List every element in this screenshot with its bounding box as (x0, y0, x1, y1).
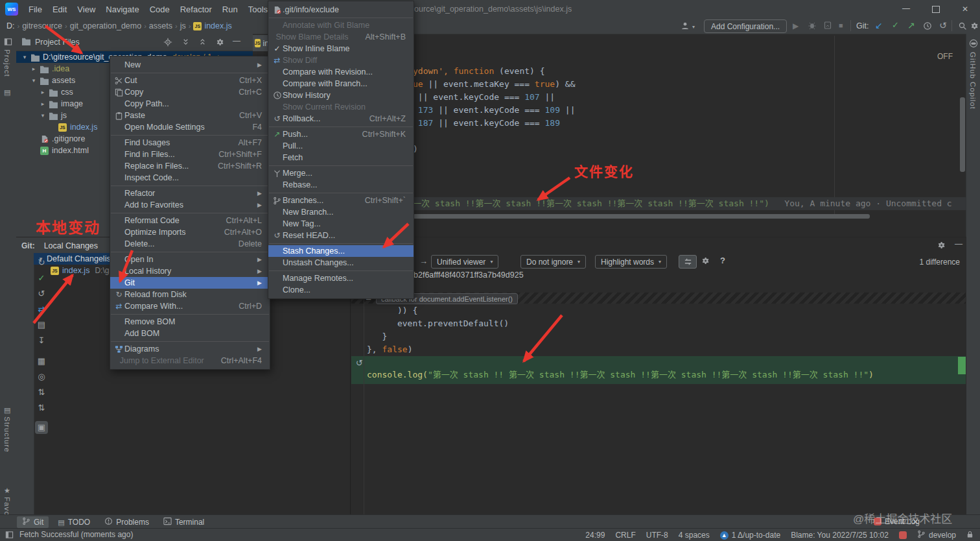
help-icon[interactable]: ? (720, 256, 725, 265)
preview-layout-icon[interactable]: ▣ (35, 421, 48, 434)
shelve-icon[interactable]: ↧ (36, 335, 47, 345)
menu-item-unstash-changes[interactable]: Unstash Changes... (268, 257, 414, 269)
rollback-icon[interactable]: ↺ (36, 289, 47, 298)
menu-item-show-current-revision[interactable]: Show Current Revision (268, 101, 414, 113)
menu-item-new[interactable]: New▶ (110, 59, 270, 71)
indent-setting[interactable]: 4 spaces (679, 531, 710, 540)
menu-item-refactor[interactable]: Refactor▶ (110, 187, 270, 199)
menu-item-remove-bom[interactable]: Remove BOM (110, 316, 270, 328)
panel-settings-icon[interactable] (215, 38, 224, 49)
menu-item-reload-from-disk[interactable]: ↻Reload from Disk (110, 289, 270, 300)
menu-item-reset-head[interactable]: ↺Reset HEAD... (268, 230, 414, 241)
refresh-icon[interactable]: ↻ (36, 258, 47, 267)
preview-diff-icon[interactable]: ▤ (36, 320, 47, 330)
breadcrumb-item-assets[interactable]: assets (149, 21, 172, 30)
tree-chevron-icon[interactable]: ▾ (20, 54, 29, 60)
hide-panel-icon[interactable]: — (233, 36, 240, 45)
menu-item-delete[interactable]: Delete...Delete (110, 238, 270, 250)
encoding[interactable]: UTF-8 (646, 531, 668, 540)
breadcrumb-item-index-js[interactable]: JSindex.js (193, 21, 231, 30)
editor-horizontal-scrollbar[interactable] (413, 214, 870, 219)
ide-error-icon[interactable] (899, 531, 907, 539)
locate-icon[interactable]: ◎ (36, 372, 47, 381)
menu-item-pull[interactable]: Pull... (268, 140, 414, 152)
menu-item-reformat-code[interactable]: Reformat CodeCtrl+Alt+L (110, 215, 270, 226)
menu-item-open-in[interactable]: Open In▶ (110, 254, 270, 265)
menu-item-manage-remotes[interactable]: Manage Remotes... (268, 272, 414, 284)
menu-item-compare-with[interactable]: ⇄Compare With...Ctrl+D (110, 300, 270, 312)
menu-item-rebase[interactable]: Rebase... (268, 179, 414, 191)
menu-item-annotate-with-git-blame[interactable]: Annotate with Git Blame (268, 19, 414, 31)
expand-all-icon[interactable] (181, 38, 190, 48)
diff-settings-icon[interactable] (937, 241, 946, 252)
github-copilot-icon[interactable] (969, 39, 978, 50)
whitespace-dropdown[interactable]: Do not ignore▾ (520, 255, 586, 269)
viewer-mode-dropdown[interactable]: Unified viewer▾ (431, 255, 498, 269)
add-configuration-button[interactable]: Add Configuration... (704, 19, 787, 33)
collapse-all-icon[interactable] (198, 38, 207, 48)
branch-widget[interactable]: develop (917, 530, 956, 540)
close-button[interactable]: ✕ (962, 5, 968, 14)
collapse-unchanged-toggle[interactable] (679, 255, 697, 269)
editor-vertical-scrollbar[interactable] (960, 97, 965, 172)
menu-item-clone[interactable]: Clone... (268, 284, 414, 296)
tree-chevron-icon[interactable]: ▾ (38, 112, 47, 119)
diff-nav-arrow-icon[interactable]: → (419, 256, 428, 266)
menu-item-replace-in-files[interactable]: Replace in Files...Ctrl+Shift+R (110, 160, 270, 172)
menu-item-compare-with-revision[interactable]: Compare with Revision... (268, 66, 414, 78)
menu-edit[interactable]: Edit (47, 0, 72, 18)
diff-change-marker[interactable] (958, 357, 966, 374)
menu-item-jump-to-external-editor[interactable]: Jump to External EditorCtrl+Alt+F4 (110, 355, 270, 367)
menu-run[interactable]: Run (217, 0, 243, 18)
update-project-icon[interactable]: ↙ (875, 20, 883, 30)
tool-window-switcher-icon[interactable] (5, 531, 14, 541)
search-icon[interactable] (958, 21, 967, 32)
diff-toolbar-settings-icon[interactable] (701, 256, 710, 267)
menu-view[interactable]: View (72, 0, 100, 18)
profile-icon[interactable] (823, 21, 832, 32)
debug-icon[interactable] (808, 21, 817, 32)
locate-icon[interactable] (163, 38, 172, 49)
menu-item-inspect-code[interactable]: Inspect Code... (110, 172, 270, 184)
menu-item-merge[interactable]: Merge... (268, 167, 414, 179)
commit-icon[interactable]: ✓ (36, 273, 47, 283)
tree-chevron-icon[interactable]: ▸ (38, 89, 47, 95)
menu-item-rollback[interactable]: ↺Rollback...Ctrl+Alt+Z (268, 113, 414, 125)
maximize-button[interactable] (932, 6, 940, 13)
menu-item-find-usages[interactable]: Find UsagesAlt+F7 (110, 137, 270, 149)
menu-item-add-bom[interactable]: Add BOM (110, 328, 270, 339)
line-ending[interactable]: CRLF (615, 531, 635, 540)
settings-gear-icon[interactable] (970, 21, 979, 32)
menu-item-show-diff[interactable]: ⇄Show Diff (268, 54, 414, 66)
menu-item-open-module-settings[interactable]: Open Module SettingsF4 (110, 121, 270, 133)
menu-item-optimize-imports[interactable]: Optimize ImportsCtrl+Alt+O (110, 226, 270, 238)
menu-item-stash-changes[interactable]: Stash Changes... (268, 245, 414, 257)
push-icon[interactable]: ↗ (907, 20, 915, 30)
breadcrumb-item-git-operation-demo[interactable]: git_operation_demo (70, 21, 142, 30)
show-diff-icon[interactable]: ⇄ (36, 304, 47, 314)
menu-item-paste[interactable]: PasteCtrl+V (110, 110, 270, 121)
breadcrumb-item-d[interactable]: D: (6, 21, 15, 30)
menu-item-find-in-files[interactable]: Find in Files...Ctrl+Shift+F (110, 149, 270, 160)
menu-item-show-blame-details[interactable]: Show Blame DetailsAlt+Shift+B (268, 31, 414, 43)
menu-item-local-history[interactable]: Local History▶ (110, 265, 270, 277)
menu-item-git-info-exclude[interactable]: .git/info/exclude (268, 4, 414, 16)
sidebar-item-copilot[interactable]: GitHub Copilot (969, 52, 977, 110)
project-view-selector[interactable]: Project Files (35, 38, 80, 47)
caret-position[interactable]: 24:99 (585, 531, 605, 540)
breadcrumb-item-js[interactable]: js (180, 21, 186, 30)
run-icon[interactable]: ▶ (793, 21, 799, 30)
menu-item-fetch[interactable]: Fetch (268, 152, 414, 163)
breadcrumb-item-gitresource[interactable]: gitresource (22, 21, 62, 30)
tool-tab-todo[interactable]: ▤TODO (52, 517, 95, 527)
menu-item-new-tag[interactable]: New Tag... (268, 218, 414, 230)
tool-tab-git[interactable]: Git (17, 516, 49, 528)
commit-stripe-icon[interactable]: ▤ (4, 88, 10, 97)
menu-item-new-branch[interactable]: New Branch... (268, 206, 414, 218)
group-by-icon[interactable]: ▦ (36, 356, 47, 366)
blame-widget[interactable]: Blame: You 2022/7/25 10:02 (791, 531, 889, 540)
menu-refactor[interactable]: Refactor (175, 0, 217, 18)
menu-code[interactable]: Code (145, 0, 175, 18)
expand-all-icon[interactable]: ⇅ (36, 387, 47, 397)
menu-item-diagrams[interactable]: Diagrams▶ (110, 343, 270, 355)
